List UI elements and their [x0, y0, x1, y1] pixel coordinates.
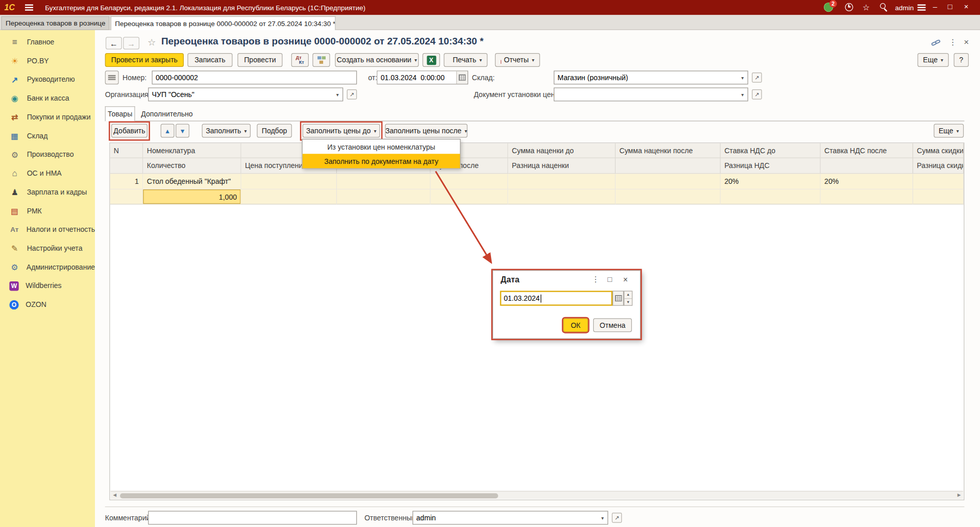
close-window-button[interactable]: × [961, 3, 971, 11]
number-settings-button[interactable] [105, 70, 119, 84]
cell-line-number[interactable]: 1 [110, 174, 143, 189]
column-header[interactable]: Ставка НДС до [721, 143, 821, 158]
help-button[interactable]: ? [954, 53, 969, 67]
notifications-icon[interactable]: 2 [824, 3, 833, 12]
chevron-down-icon[interactable]: ▾ [332, 91, 342, 97]
sidebar-item-poby[interactable]: ☀PO.BY [0, 51, 95, 70]
favorites-icon[interactable]: ☆ [863, 3, 870, 11]
menu-item-fill-by-documents-on-date[interactable]: Заполнить по документам на дату [303, 154, 460, 168]
spin-down-icon[interactable]: ▼ [624, 299, 632, 305]
minimize-button[interactable]: – [930, 3, 940, 11]
more-menu-icon[interactable]: ⋮ [949, 37, 957, 46]
search-icon[interactable] [880, 3, 886, 9]
document-tab-active[interactable]: Переоценка товаров в рознице 0000-000002… [111, 16, 336, 31]
sidebar-item-nalogi[interactable]: АтНалоги и отчетность [0, 220, 95, 239]
column-header[interactable] [616, 158, 721, 174]
column-header[interactable] [821, 158, 913, 174]
sidebar-item-ozon[interactable]: OOZON [0, 295, 95, 314]
sidebar-item-administrirovanie[interactable]: ⚙Администрирование [0, 257, 95, 276]
sidebar-item-zarplata-kadry[interactable]: ♟Зарплата и кадры [0, 183, 95, 202]
show-postings-button[interactable]: ДтКт [291, 53, 309, 67]
table-more-button[interactable]: Еще [934, 124, 964, 137]
main-menu-icon[interactable] [25, 5, 33, 6]
dialog-calendar-button[interactable] [612, 291, 624, 305]
history-icon[interactable] [845, 3, 853, 11]
organization-combo[interactable]: ЧУП "Осень" ▾ [148, 87, 343, 101]
sidebar-item-wildberries[interactable]: WWildberries [0, 276, 95, 295]
sidebar-item-sklad[interactable]: ▦Склад [0, 126, 95, 145]
post-and-close-button[interactable]: Провести и закрыть [105, 53, 184, 67]
print-button[interactable]: Печать [444, 53, 487, 67]
column-header[interactable]: N [110, 143, 143, 158]
dialog-more-icon[interactable]: ⋮ [592, 275, 600, 284]
column-header[interactable]: Номенклатура [143, 143, 241, 158]
column-header[interactable]: Разница скидки [913, 158, 964, 174]
tab-dopolnitelno[interactable]: Дополнительно [136, 106, 198, 121]
sidebar-item-pokupki-prodazhi[interactable]: ⇄Покупки и продажи [0, 108, 95, 127]
document-tab[interactable]: Переоценка товаров в рознице × [1, 16, 109, 30]
sidebar-item-os-nma[interactable]: ⌂ОС и НМА [0, 164, 95, 183]
pick-button[interactable]: Подбор [257, 124, 292, 137]
column-header[interactable]: Количество [143, 158, 241, 174]
write-button[interactable]: Записать [187, 53, 232, 67]
create-on-base-button[interactable]: Создать на основании [335, 53, 419, 67]
sidebar-item-glavnoe[interactable]: ≡Главное [0, 33, 95, 52]
sidebar-item-rmk[interactable]: ▤РМК [0, 201, 95, 220]
cell-nomenclature[interactable]: Стол обеденный "Крафт" [143, 174, 241, 189]
chevron-down-icon[interactable]: ▾ [738, 75, 748, 80]
user-menu-icon[interactable] [918, 5, 926, 6]
maximize-button[interactable]: □ [945, 3, 955, 11]
sidebar-item-rukovoditelyu[interactable]: ↗Руководителю [0, 70, 95, 89]
cell-vat-before[interactable]: 20% [721, 174, 821, 189]
open-organization-icon[interactable]: ↗ [347, 89, 357, 100]
document-structure-button[interactable] [312, 53, 330, 67]
column-header[interactable]: Сумма наценки до [508, 143, 616, 158]
cell-vat-after[interactable]: 20% [821, 174, 913, 189]
sidebar-item-proizvodstvo[interactable]: ⚙Производство [0, 145, 95, 164]
column-header[interactable] [110, 158, 143, 174]
post-button[interactable]: Провести [237, 53, 282, 67]
fill-prices-before-button[interactable]: Заполнить цены до [303, 124, 380, 137]
cell-quantity-selected[interactable]: 1,000 [143, 189, 241, 204]
table-row[interactable]: 1 Стол обеденный "Крафт" 20% 20% [110, 174, 964, 189]
warehouse-combo[interactable]: Магазин (розничный) ▾ [554, 70, 748, 84]
forward-button[interactable]: → [123, 37, 139, 49]
comment-input[interactable] [148, 511, 357, 524]
open-price-doc-icon[interactable]: ↗ [752, 89, 762, 100]
horizontal-scrollbar[interactable]: ◀ ▶ [111, 491, 963, 499]
sidebar-item-bank-kassa[interactable]: ◉Банк и касса [0, 89, 95, 108]
chevron-down-icon[interactable]: ▾ [738, 91, 748, 97]
add-row-button[interactable]: Добавить [111, 124, 148, 137]
scrollbar-thumb[interactable] [120, 493, 498, 498]
fill-prices-after-button[interactable]: Заполнить цены после [385, 124, 468, 137]
menu-item-from-price-setting[interactable]: Из установки цен номенклатуры [303, 139, 460, 154]
scroll-right-icon[interactable]: ▶ [955, 493, 963, 498]
date-input[interactable] [378, 71, 456, 84]
dialog-date-input[interactable]: 01.03.2024 [500, 291, 612, 305]
reports-button[interactable]: Отчеты [495, 53, 540, 67]
close-form-button[interactable]: × [964, 37, 969, 47]
dialog-close-icon[interactable]: × [623, 275, 628, 284]
column-header[interactable]: Сумма скидки до [913, 143, 964, 158]
open-warehouse-icon[interactable]: ↗ [752, 73, 762, 83]
column-header[interactable]: Сумма наценки после [616, 143, 721, 158]
open-responsible-icon[interactable]: ↗ [612, 513, 622, 523]
favorite-star-icon[interactable]: ☆ [148, 37, 156, 48]
scroll-left-icon[interactable]: ◀ [111, 493, 119, 498]
responsible-combo[interactable]: admin ▾ [412, 511, 608, 524]
fill-button[interactable]: Заполнить [202, 124, 251, 137]
chevron-down-icon[interactable]: ▾ [598, 515, 608, 520]
dialog-ok-button[interactable]: ОК [563, 318, 588, 332]
current-user[interactable]: admin [895, 4, 914, 11]
sidebar-item-nastroyki-ucheta[interactable]: ✎Настройки учета [0, 239, 95, 258]
price-doc-combo[interactable]: ▾ [554, 87, 748, 101]
dialog-cancel-button[interactable]: Отмена [593, 318, 632, 332]
link-icon[interactable] [931, 38, 940, 49]
column-header[interactable]: Ставка НДС после [821, 143, 913, 158]
table-row-secondary[interactable]: 1,000 [110, 189, 964, 204]
form-more-button[interactable]: Еще [918, 53, 949, 67]
column-header[interactable]: Разница наценки [508, 158, 616, 174]
back-button[interactable]: ← [106, 37, 122, 49]
move-up-button[interactable]: ▲ [161, 124, 175, 137]
dialog-maximize-icon[interactable]: □ [607, 275, 612, 284]
